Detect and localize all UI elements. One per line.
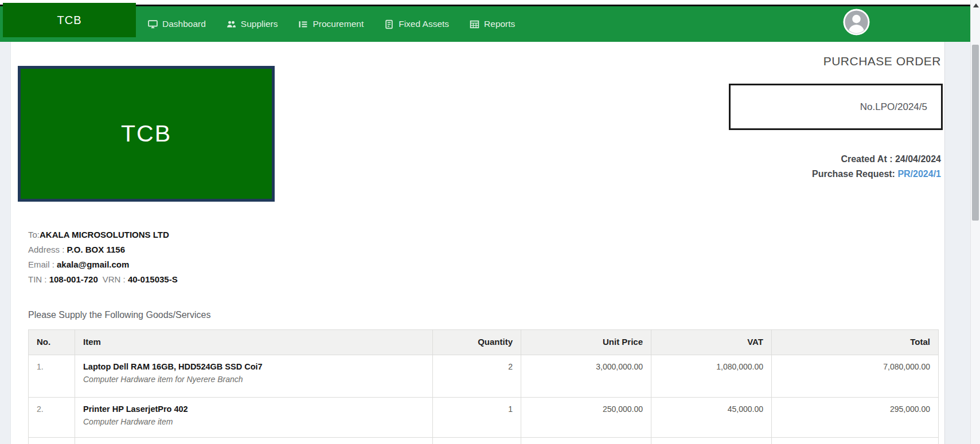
- supplier-tax-line: TIN : 108-001-720VRN : 40-015035-S: [28, 274, 178, 284]
- nav-label: Dashboard: [162, 19, 206, 29]
- table-header-row: No. Item Quantity Unit Price VAT Total: [29, 330, 939, 355]
- header-no: No.: [29, 330, 75, 355]
- company-logo-text: TCB: [121, 120, 171, 147]
- row-quantity: 1: [433, 398, 521, 438]
- table-row: 1. Laptop Dell RAM 16GB, HDD524GB SSD Co…: [29, 355, 939, 398]
- supplier-address-line: Address : P.O. BOX 1156: [28, 245, 178, 254]
- items-table: No. Item Quantity Unit Price VAT Total 1…: [28, 329, 939, 444]
- row-vat: 1,080,000.00: [651, 355, 772, 398]
- row-item-cell: Printer HP LaserjetPro 402 Computer Hard…: [75, 398, 433, 438]
- table-row: 2. Printer HP LaserjetPro 402 Computer H…: [29, 398, 939, 438]
- purchase-order-document: TCB PURCHASE ORDER No.LPO/2024/5 Created…: [10, 42, 945, 444]
- row-vat: 45,000.00: [651, 398, 772, 438]
- main-navbar: TCB Dashboard Suppli: [0, 6, 970, 42]
- po-number: No.LPO/2024/5: [860, 101, 927, 113]
- vrn-label: VRN :: [103, 274, 128, 284]
- nav-item-reports[interactable]: Reports: [470, 19, 515, 29]
- tin-label: TIN :: [28, 274, 49, 284]
- row-no: 1.: [29, 355, 75, 398]
- item-name: Laptop Dell RAM 16GB, HDD524GB SSD Coi7: [83, 362, 424, 371]
- purchase-request-line: Purchase Request: PR/2024/1: [812, 169, 941, 179]
- company-logo-box: TCB: [18, 66, 275, 202]
- nav-item-dashboard[interactable]: Dashboard: [148, 19, 206, 29]
- nav-item-procurement[interactable]: Procurement: [298, 19, 364, 29]
- item-description: Computer Hardware item for Nyerere Branc…: [83, 375, 424, 384]
- nav-label: Fixed Assets: [399, 19, 449, 29]
- supplier-email-line: Email : akala@gmail.com: [28, 260, 178, 269]
- header-vat: VAT: [651, 330, 772, 355]
- supplier-name-line: To:AKALA MICROSOLUTIONS LTD: [28, 230, 178, 239]
- app-window: TCB Dashboard Suppli: [0, 0, 980, 444]
- item-name: Printer HP LaserjetPro 402: [83, 404, 424, 414]
- row-total: 295,000.00: [772, 398, 939, 438]
- email-label: Email :: [28, 260, 57, 269]
- nav-item-fixed-assets[interactable]: Fixed Assets: [384, 19, 449, 29]
- header-total: Total: [772, 330, 939, 355]
- nav-label: Procurement: [313, 19, 364, 29]
- supplier-tin: 108-001-720: [49, 274, 98, 284]
- reports-icon: [470, 19, 479, 29]
- page-title: PURCHASE ORDER: [823, 54, 941, 68]
- supplier-info: To:AKALA MICROSOLUTIONS LTD Address : P.…: [28, 230, 178, 289]
- procurement-icon: [298, 19, 308, 29]
- user-avatar[interactable]: [843, 9, 870, 36]
- supplier-name: AKALA MICROSOLUTIONS LTD: [40, 230, 169, 239]
- suppliers-icon: [227, 19, 236, 29]
- supply-instruction-text: Please Supply the Following Goods/Servic…: [28, 310, 210, 320]
- supplier-vrn: 40-015035-S: [128, 274, 178, 284]
- nav-label: Reports: [484, 19, 515, 29]
- fixed-assets-icon: [384, 19, 394, 29]
- user-avatar-icon: [843, 9, 870, 36]
- item-description: Computer Hardware item: [83, 417, 424, 426]
- brand-label: TCB: [57, 14, 82, 27]
- row-no: 2.: [29, 398, 75, 438]
- row-unit-price: 250,000.00: [521, 398, 651, 438]
- vertical-scrollbar[interactable]: [970, 0, 980, 444]
- row-unit-price: 3,000,000.00: [521, 355, 651, 398]
- nav-menu: Dashboard Suppliers: [148, 6, 515, 42]
- purchase-request-label: Purchase Request:: [812, 169, 897, 179]
- scrollbar-up-arrow[interactable]: [973, 3, 979, 7]
- table-row-partial: [29, 438, 939, 444]
- scrollbar-thumb[interactable]: [972, 45, 979, 221]
- supplier-email: akala@gmail.com: [57, 260, 129, 269]
- top-white-strip: [0, 0, 970, 5]
- row-quantity: 2: [433, 355, 521, 398]
- supplier-address: P.O. BOX 1156: [67, 245, 125, 254]
- po-number-box: No.LPO/2024/5: [729, 84, 943, 130]
- dashboard-icon: [148, 19, 158, 29]
- row-total: 7,080,000.00: [772, 355, 939, 398]
- brand-logo[interactable]: TCB: [3, 3, 136, 37]
- header-unit-price: Unit Price: [521, 330, 651, 355]
- created-at-text: Created At : 24/04/2024: [841, 154, 941, 164]
- purchase-request-link[interactable]: PR/2024/1: [897, 169, 941, 179]
- header-quantity: Quantity: [433, 330, 521, 355]
- nav-label: Suppliers: [241, 19, 278, 29]
- to-label: To:: [28, 230, 40, 239]
- nav-item-suppliers[interactable]: Suppliers: [227, 19, 278, 29]
- row-item-cell: Laptop Dell RAM 16GB, HDD524GB SSD Coi7 …: [75, 355, 433, 398]
- address-label: Address :: [28, 245, 67, 254]
- header-item: Item: [75, 330, 433, 355]
